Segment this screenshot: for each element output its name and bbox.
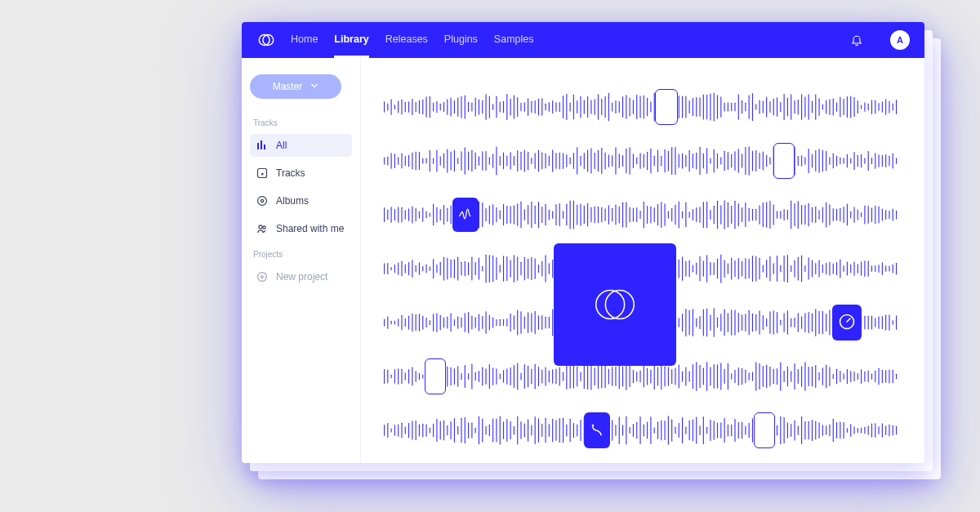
nav-samples[interactable]: Samples (494, 22, 534, 58)
chevron-down-icon (310, 81, 318, 92)
main-nav: Home Library Releases Plugins Samples (291, 22, 534, 58)
track-chip-outline[interactable] (425, 358, 446, 394)
avatar[interactable]: A (890, 30, 910, 50)
gauge-icon (837, 312, 857, 334)
waveform-grid (361, 58, 924, 463)
sidebar-item-label: All (276, 140, 287, 151)
track-chip-outline[interactable] (655, 89, 678, 125)
bars-icon (256, 140, 268, 151)
sidebar-item-label: New project (276, 271, 327, 283)
app-logo-icon[interactable] (256, 30, 276, 50)
track-chip-filled[interactable] (452, 198, 479, 232)
people-icon (256, 223, 268, 234)
wave-row[interactable] (384, 416, 902, 445)
svg-rect-2 (257, 143, 259, 149)
sidebar-item-label: Albums (276, 195, 309, 207)
sidebar-item-albums[interactable]: Albums (250, 189, 352, 212)
nav-plugins[interactable]: Plugins (444, 22, 478, 58)
sidebar-item-new-project[interactable]: New project (250, 265, 352, 288)
sidebar-section-projects: Projects (250, 248, 352, 260)
disc-icon (256, 195, 268, 207)
nav-label: Library (334, 33, 368, 45)
nav-label: Plugins (444, 33, 478, 45)
sidebar: Master Tracks All Tracks (242, 58, 361, 463)
master-button[interactable]: Master (250, 74, 341, 99)
track-chip-outline[interactable] (773, 143, 795, 179)
svg-point-6 (258, 197, 267, 206)
sidebar-item-tracks[interactable]: Tracks (250, 162, 352, 185)
svg-rect-3 (261, 140, 262, 149)
svg-point-8 (259, 225, 262, 229)
nav-label: Home (291, 33, 318, 45)
svg-rect-4 (264, 145, 265, 149)
nav-label: Samples (494, 33, 534, 45)
sidebar-item-label: Tracks (276, 167, 305, 179)
sidebar-item-label: Shared with me (276, 223, 344, 234)
svg-point-9 (263, 226, 265, 229)
nav-library[interactable]: Library (334, 22, 368, 58)
topbar: Home Library Releases Plugins Samples A (242, 22, 924, 58)
avatar-initial: A (897, 35, 903, 45)
track-chip-outline[interactable] (754, 412, 775, 448)
nav-releases[interactable]: Releases (385, 22, 428, 58)
master-label: Master (273, 81, 303, 92)
plus-circle-icon (256, 271, 268, 283)
track-chip-filled[interactable] (584, 412, 610, 448)
music-note-icon (256, 167, 268, 179)
app-window: Home Library Releases Plugins Samples A … (242, 22, 924, 463)
pulse-icon (457, 206, 474, 225)
notifications-icon[interactable] (849, 33, 864, 47)
curve-icon (589, 421, 605, 440)
nav-home[interactable]: Home (291, 22, 318, 58)
window-stack: Home Library Releases Plugins Samples A … (242, 22, 924, 463)
wave-row[interactable] (384, 146, 902, 176)
app-body: Master Tracks All Tracks (242, 58, 924, 463)
wave-row[interactable] (384, 362, 902, 391)
sidebar-item-all[interactable]: All (250, 134, 352, 157)
nav-label: Releases (385, 33, 428, 45)
sidebar-section-tracks: Tracks (250, 117, 352, 129)
track-chip-filled[interactable] (832, 305, 862, 341)
hero-tile[interactable] (554, 243, 676, 366)
sidebar-item-shared[interactable]: Shared with me (250, 217, 352, 240)
wave-row[interactable] (384, 92, 902, 122)
svg-point-7 (261, 199, 263, 202)
